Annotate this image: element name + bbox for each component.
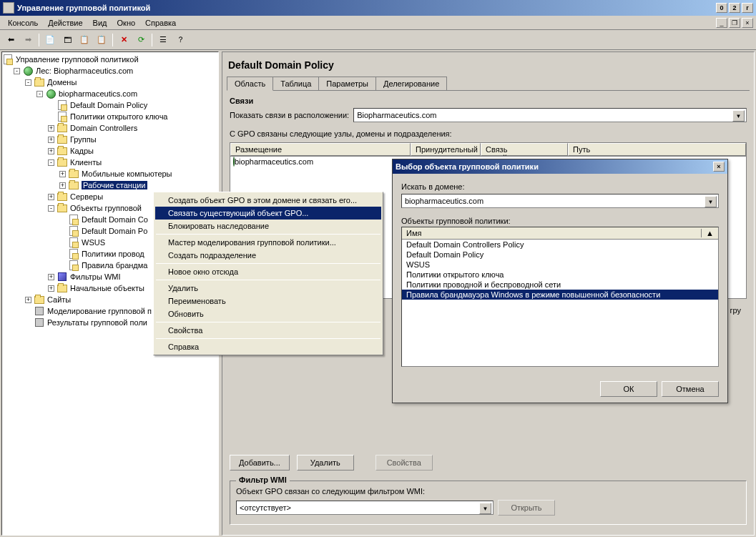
search-domain-label: Искать в домене: <box>401 182 719 191</box>
list-item[interactable]: WSUS <box>402 260 718 270</box>
cancel-button[interactable]: Отмена <box>662 381 719 397</box>
tree-mobile[interactable]: +Мобильные компьютеры <box>2 168 218 179</box>
col-enforced[interactable]: Принудительный <box>411 143 481 156</box>
list-item[interactable]: Политики открытого ключа <box>402 270 718 280</box>
ok-button[interactable]: ОК <box>600 381 657 397</box>
tree-staff[interactable]: +Кадры <box>2 145 218 157</box>
context-menu: Создать объект GPO в этом домене и связа… <box>153 192 383 355</box>
page-title: Default Domain Policy <box>227 56 750 77</box>
refresh-button[interactable]: ⟳ <box>133 32 149 48</box>
cm-refresh[interactable]: Обновить <box>155 307 381 320</box>
tree-pki[interactable]: Политики открытого ключа <box>2 111 218 122</box>
menu-window[interactable]: Окно <box>112 17 141 29</box>
remove-button[interactable]: Удалить <box>297 455 354 471</box>
tree-groups[interactable]: +Группы <box>2 134 218 145</box>
properties-button-2[interactable]: Свойства <box>375 455 433 471</box>
menu-help[interactable]: Справка <box>140 17 181 29</box>
list-item-selected[interactable]: Правила брандмауэра Windows в режиме пов… <box>402 290 718 300</box>
dialog-close-button[interactable]: × <box>713 162 725 172</box>
cm-new-window[interactable]: Новое окно отсюда <box>155 265 381 278</box>
tree-domain[interactable]: -biopharmaceutics.com <box>2 88 218 99</box>
cm-rename[interactable]: Переименовать <box>155 295 381 307</box>
cm-modeling-wizard[interactable]: Мастер моделирования групповой политики.… <box>155 236 381 249</box>
col-location[interactable]: Размещение <box>230 143 411 156</box>
dialog-title: Выбор объекта групповой политики <box>396 162 539 171</box>
list-item[interactable]: Default Domain Policy <box>402 250 718 260</box>
cm-block-inheritance[interactable]: Блокировать наследование <box>155 220 381 232</box>
tree-root[interactable]: Управление групповой политикой <box>2 54 218 65</box>
dialog-titlebar[interactable]: Выбор объекта групповой политики × <box>393 159 727 174</box>
show-hide-button[interactable]: 🗔 <box>59 32 75 48</box>
links-section-title: Связи <box>230 97 747 105</box>
menu-view[interactable]: Вид <box>88 17 112 29</box>
copy-button[interactable]: 📋 <box>77 32 92 48</box>
paste-button[interactable]: 📋 <box>94 32 109 48</box>
col-path[interactable]: Путь <box>568 143 746 156</box>
cm-delete[interactable]: Удалить <box>155 282 381 295</box>
back-button[interactable]: ⬅ <box>3 32 19 48</box>
main-titlebar: Управление групповой политикой 0 2 r <box>0 0 756 16</box>
up-button[interactable]: 📄 <box>42 32 58 48</box>
mdi-minimize-button[interactable]: _ <box>716 18 727 28</box>
linked-nodes-label: С GPO связаны следующие узлы, домены и п… <box>230 129 747 138</box>
close-button[interactable]: r <box>742 3 753 13</box>
list-item[interactable]: Политики проводной и беспроводной сети <box>402 280 718 290</box>
tree-clients[interactable]: -Клиенты <box>2 157 218 168</box>
help-button[interactable]: ？ <box>172 32 188 48</box>
cm-help[interactable]: Справка <box>155 340 381 353</box>
tab-scope[interactable]: Область <box>227 77 273 91</box>
listbox-header[interactable]: Имя▲ <box>402 227 718 240</box>
tree-domain-controllers[interactable]: +Domain Controllers <box>2 122 218 134</box>
tabs: Область Таблица Параметры Делегирование <box>227 77 750 91</box>
menu-console[interactable]: Консоль <box>3 17 43 29</box>
gpo-listbox[interactable]: Имя▲ Default Domain Controllers Policy D… <box>401 227 719 367</box>
tab-delegation[interactable]: Делегирование <box>375 77 447 90</box>
tree-forest[interactable]: -Лес: Biopharmaceutics.com <box>2 65 218 77</box>
location-dropdown[interactable]: Biopharmaceutics.com <box>353 108 747 122</box>
mdi-close-button[interactable]: × <box>742 18 753 28</box>
delete-button[interactable]: ✕ <box>116 32 132 48</box>
cm-link-existing[interactable]: Связать существующий объект GPO... <box>155 207 381 220</box>
toolbar: ⬅ ➡ 📄 🗔 📋 📋 ✕ ⟳ ☰ ？ <box>0 30 756 50</box>
show-links-label: Показать связи в расположении: <box>230 111 349 119</box>
tab-settings[interactable]: Параметры <box>318 77 376 90</box>
tree-domains[interactable]: -Домены <box>2 77 218 88</box>
forward-button[interactable]: ➡ <box>20 32 36 48</box>
col-link-enabled[interactable]: Связь задействована <box>481 143 568 156</box>
menu-action[interactable]: Действие <box>43 17 87 29</box>
cm-create-ou[interactable]: Создать подразделение <box>155 249 381 262</box>
gpo-selection-dialog: Выбор объекта групповой политики × Искат… <box>392 159 728 403</box>
search-domain-dropdown[interactable]: biopharmaceutics.com <box>401 194 719 208</box>
menu-bar: Консоль Действие Вид Окно Справка _ ❐ × <box>0 16 756 30</box>
cm-create-gpo[interactable]: Создать объект GPO в этом домене и связа… <box>155 194 381 207</box>
wmi-filter-label: Объект GPO связан со следующим фильтром … <box>236 487 740 496</box>
tree-workstations[interactable]: +Рабочие станции <box>2 179 218 191</box>
tab-table[interactable]: Таблица <box>273 77 319 90</box>
mdi-restore-button[interactable]: ❐ <box>729 18 740 28</box>
app-icon <box>3 2 14 14</box>
cm-properties[interactable]: Свойства <box>155 324 381 337</box>
tree-default-domain-policy[interactable]: Default Domain Policy <box>2 99 218 111</box>
add-button[interactable]: Добавить... <box>230 455 290 471</box>
open-button[interactable]: Открыть <box>498 500 555 516</box>
list-item[interactable]: Default Domain Controllers Policy <box>402 240 718 250</box>
gpo-objects-label: Объекты групповой политики: <box>401 217 719 225</box>
properties-button[interactable]: ☰ <box>155 32 171 48</box>
wmi-filter-dropdown[interactable]: <отсутствует> <box>236 501 494 515</box>
window-title: Управление групповой политикой <box>17 4 150 12</box>
links-table-header: Размещение Принудительный Связь задейств… <box>230 142 747 156</box>
minimize-button[interactable]: 0 <box>716 3 727 13</box>
wmi-filter-title: Фильтр WMI <box>236 476 290 484</box>
maximize-button[interactable]: 2 <box>729 3 740 13</box>
